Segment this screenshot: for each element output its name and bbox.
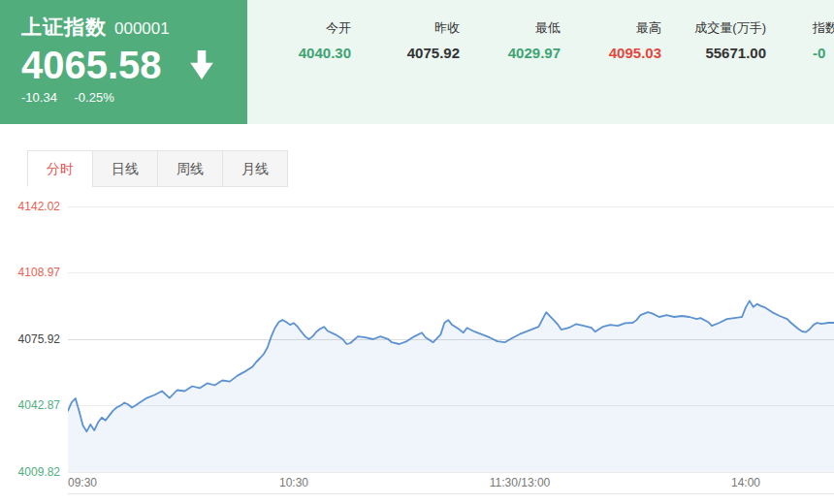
down-arrow-icon (189, 50, 214, 79)
stat-prev-close: 昨收 4075.92 (407, 19, 460, 61)
tab-weekly[interactable]: 周线 (157, 150, 223, 187)
index-change-pct: -0.25% (75, 90, 114, 105)
index-change-row: -10.34 -0.25% (21, 90, 247, 105)
stat-label: 成交量(万手) (694, 19, 766, 37)
stat-value: -0 (813, 45, 834, 61)
stat-volume: 成交量(万手) 55671.00 (694, 19, 766, 61)
tab-intraday[interactable]: 分时 (27, 150, 93, 187)
index-title-row: 上证指数 000001 (21, 14, 247, 41)
stat-label: 今开 (299, 19, 351, 37)
y-axis-label: 4042.87 (0, 398, 60, 412)
x-axis-label: 09:30 (68, 476, 97, 489)
index-price-row: 4065.58 (21, 45, 247, 85)
y-axis-label: 4142.02 (0, 200, 60, 213)
stat-label: 最高 (609, 19, 661, 37)
stat-value: 4029.97 (508, 45, 561, 61)
stat-value: 4040.30 (299, 45, 351, 61)
y-axis-label: 4075.92 (0, 332, 60, 346)
stock-index-app: 上证指数 000001 4065.58 -10.34 -0.25% 今开 404… (0, 0, 834, 504)
chart-period-tabs: 分时 日线 周线 月线 (27, 150, 288, 187)
intraday-chart: 4142.02 4108.97 4075.92 4042.87 4009.82 … (0, 184, 834, 504)
index-change: -10.34 (21, 90, 57, 105)
price-area-fill (68, 300, 834, 472)
index-price: 4065.58 (21, 45, 162, 85)
x-axis-bottom-border (68, 493, 834, 494)
stat-value: 4075.92 (407, 45, 460, 61)
stat-label: 最低 (508, 19, 561, 37)
y-axis-label: 4009.82 (0, 465, 60, 479)
index-stats-strip: 今开 4040.30 昨收 4075.92 最低 4029.97 最高 4095… (247, 0, 834, 124)
stat-clipped-edge: 指数 -0 (813, 19, 834, 61)
index-name: 上证指数 (21, 14, 107, 41)
tab-monthly[interactable]: 月线 (222, 150, 288, 187)
stat-value: 4095.03 (609, 45, 661, 61)
stat-today-open: 今开 4040.30 (299, 19, 351, 61)
stat-value: 55671.00 (694, 45, 766, 61)
stat-day-high: 最高 4095.03 (609, 19, 661, 61)
index-code: 000001 (114, 19, 170, 39)
x-axis-label: 14:00 (731, 476, 760, 489)
index-hero-card: 上证指数 000001 4065.58 -10.34 -0.25% (0, 0, 247, 124)
gridline (68, 472, 834, 473)
stat-label: 昨收 (407, 19, 460, 37)
stat-day-low: 最低 4029.97 (508, 19, 561, 61)
x-axis-label: 11:30/13:00 (490, 476, 551, 489)
stat-label: 指数 (813, 19, 834, 37)
x-axis-label: 10:30 (279, 476, 308, 489)
tab-daily[interactable]: 日线 (92, 150, 158, 187)
price-line-plot[interactable] (68, 206, 834, 472)
y-axis-label: 4108.97 (0, 266, 60, 279)
